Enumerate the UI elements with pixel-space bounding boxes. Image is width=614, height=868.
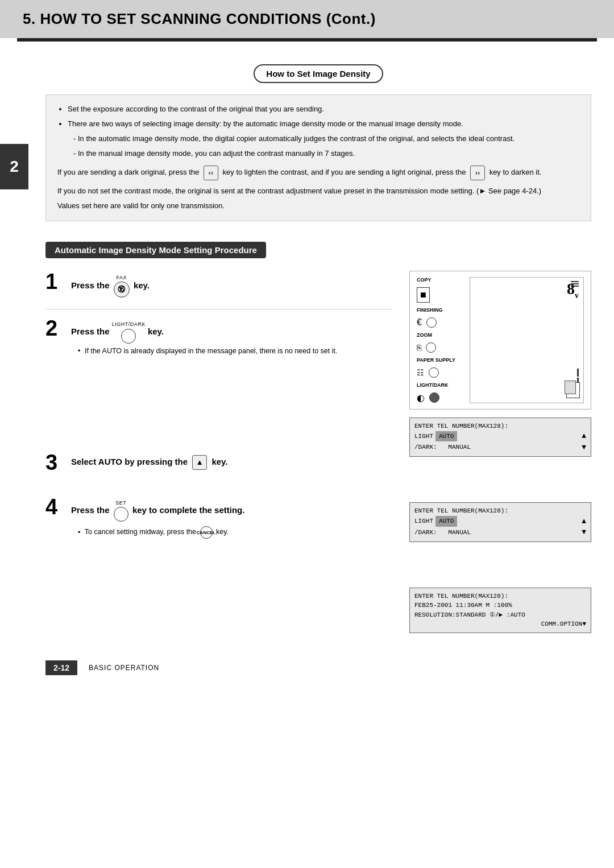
panel-lightdark-row: LIGHT/DARK <box>417 382 465 388</box>
info-bullet-2: There are two ways of selecting image de… <box>68 118 579 130</box>
step-1: 1 Press the FAX ⑯ key. <box>45 271 392 301</box>
bar-1 <box>577 369 579 377</box>
spacer-3 <box>45 479 392 496</box>
screen-3-line4: COMM.OPTION▼ <box>414 619 586 629</box>
light-dark-key-wrapper: LIGHT/DARK <box>112 321 146 344</box>
set-key-icon <box>114 507 128 522</box>
page-icon-back <box>565 381 576 394</box>
panel-digit-display: 8v <box>470 278 583 300</box>
info-sub-1: In the automatic image density mode, the… <box>73 133 579 145</box>
screen-2: ENTER TEL NUMBER(MAX128): LIGHT AUTO ▲ /… <box>409 502 591 542</box>
step-2-label: Press the LIGHT/DARK key. <box>71 321 392 344</box>
info-bullet-1: Set the exposure according to the contra… <box>68 103 579 115</box>
steps-area: 1 Press the FAX ⑯ key. 2 <box>45 271 591 638</box>
section1-title: How to Set Image Density <box>254 64 383 83</box>
paper-supply-label: PAPER SUPPLY <box>417 357 455 363</box>
panel-finishing-icon-row: € <box>417 317 465 328</box>
finishing-label: FINISHING <box>417 307 443 313</box>
panel-display-area: 8v <box>470 277 584 403</box>
page-number: 2-12 <box>45 660 77 675</box>
screen-1-line2: LIGHT AUTO ▲ <box>414 431 586 442</box>
screen-3: ENTER TEL NUMBER(MAX128): FEB25-2001 11:… <box>409 588 591 633</box>
screen-1-down-arrow: ▼ <box>582 442 586 453</box>
lightdark-circle <box>429 392 439 403</box>
paper-circle <box>429 367 439 378</box>
screen-2-line1: ENTER TEL NUMBER(MAX128): <box>414 506 586 516</box>
panel-copy-row: COPY <box>417 277 465 283</box>
screen-3-line3: RESOLUTION:STANDARD ①/▶ :AUTO <box>414 610 586 620</box>
light-dark-key-icon <box>121 329 136 344</box>
zoom-circle <box>426 342 436 353</box>
darken-key-icon: ›› <box>470 166 485 180</box>
lightdark-half-circle-icon: ◐ <box>417 392 425 403</box>
info-sub-2: In the manual image density mode, you ca… <box>73 147 579 160</box>
step-number-2: 2 <box>45 317 65 339</box>
light-dark-label: LIGHT/DARK <box>417 382 449 388</box>
screen-2-dark-label: /DARK: MANUAL <box>414 528 471 538</box>
screen-2-light-label: LIGHT <box>414 516 433 526</box>
footer-text: BASIC OPERATION <box>89 664 159 672</box>
page-footer: 2-12 BASIC OPERATION <box>45 660 591 675</box>
finishing-euro-icon: € <box>417 317 422 328</box>
panel-finishing-row: FINISHING <box>417 307 465 313</box>
section2-title: Automatic Image Density Mode Setting Pro… <box>45 242 266 258</box>
pages-icon <box>566 382 580 398</box>
step-4-note: • To cancel setting midway, press the CA… <box>78 526 392 539</box>
bullet-char: • <box>78 528 82 536</box>
steps-left: 1 Press the FAX ⑯ key. 2 <box>45 271 392 638</box>
screen-1-line3: /DARK: MANUAL ▼ <box>414 442 586 453</box>
set-key-wrapper: SET <box>112 499 130 522</box>
screen-3-line2: FEB25-2001 11:30AM M :100% <box>414 601 586 610</box>
panel-lines-icon <box>571 281 579 287</box>
screen-1-dark-label: /DARK: MANUAL <box>414 443 471 452</box>
fax-key-icon: ⑯ <box>114 282 130 297</box>
triangle-arrow: ► <box>479 185 486 197</box>
copy-label: COPY <box>417 277 465 283</box>
step-1-label: Press the FAX ⑯ key. <box>71 274 392 298</box>
screen-2-line3: /DARK: MANUAL ▼ <box>414 527 586 538</box>
main-content: 2 How to Set Image Density Set the expos… <box>0 42 614 687</box>
step-2-content: Press the LIGHT/DARK key. If the AUTO is… <box>71 317 392 355</box>
chapter-tab: 2 <box>0 144 28 189</box>
page-icon-inner <box>566 382 580 398</box>
screen-2-line2: LIGHT AUTO ▲ <box>414 516 586 527</box>
step-number-4: 4 <box>45 496 65 518</box>
step-4-content: Press the SET key to complete the settin… <box>71 496 392 539</box>
step-1-content: Press the FAX ⑯ key. <box>71 271 392 301</box>
panel-left-controls: COPY ■ FINISHING € <box>417 277 465 403</box>
info-box: Set the exposure according to the contra… <box>45 94 591 221</box>
steps-right: COPY ■ FINISHING € <box>409 271 591 638</box>
info-para1: If you are sending a dark original, pres… <box>57 166 579 180</box>
copy-icon: ■ <box>417 287 430 303</box>
step-2: 2 Press the LIGHT/DARK key. If the AUTO … <box>45 317 392 355</box>
step-4: 4 Press the SET key to complete the sett… <box>45 496 392 539</box>
screen-1-auto-value: AUTO <box>435 431 457 442</box>
step-3-label: Select AUTO by pressing the ▲ key. <box>71 455 392 470</box>
screen-1-line1: ENTER TEL NUMBER(MAX128): <box>414 421 586 431</box>
screen-2-down-arrow: ▼ <box>582 527 586 538</box>
cancel-label: CANCEL <box>197 530 215 535</box>
lighten-key-icon: ‹‹ <box>204 166 218 180</box>
panel-lightdark-icon-row: ◐ <box>417 392 465 403</box>
line-3 <box>571 286 579 287</box>
panel-zoom-icon-row: ⎘ <box>417 342 465 353</box>
line-2 <box>571 283 579 284</box>
screen-1-light-label: LIGHT <box>414 432 433 441</box>
info-para2: If you do not set the contrast mode, the… <box>57 185 579 197</box>
zoom-icon: ⎘ <box>417 343 421 352</box>
panel-illustration: COPY ■ FINISHING € <box>409 271 591 410</box>
panel-paper-row: PAPER SUPPLY <box>417 357 465 363</box>
step-4-label: Press the SET key to complete the settin… <box>71 499 392 522</box>
step-3-content: Select AUTO by pressing the ▲ key. <box>71 452 392 473</box>
step-number-1: 1 <box>45 271 65 292</box>
screen-2-up-arrow: ▲ <box>582 516 586 527</box>
screen-2-auto-value: AUTO <box>435 516 457 527</box>
panel-zoom-row: ZOOM <box>417 332 465 338</box>
finishing-circle <box>426 317 437 328</box>
line-1 <box>571 281 579 282</box>
step-3: 3 Select AUTO by pressing the ▲ key. <box>45 452 392 473</box>
paper-icon: ☷ <box>417 368 424 377</box>
panel-inner: COPY ■ FINISHING € <box>417 277 584 403</box>
step-divider-1 <box>45 309 392 309</box>
spacer-2 <box>45 361 392 452</box>
